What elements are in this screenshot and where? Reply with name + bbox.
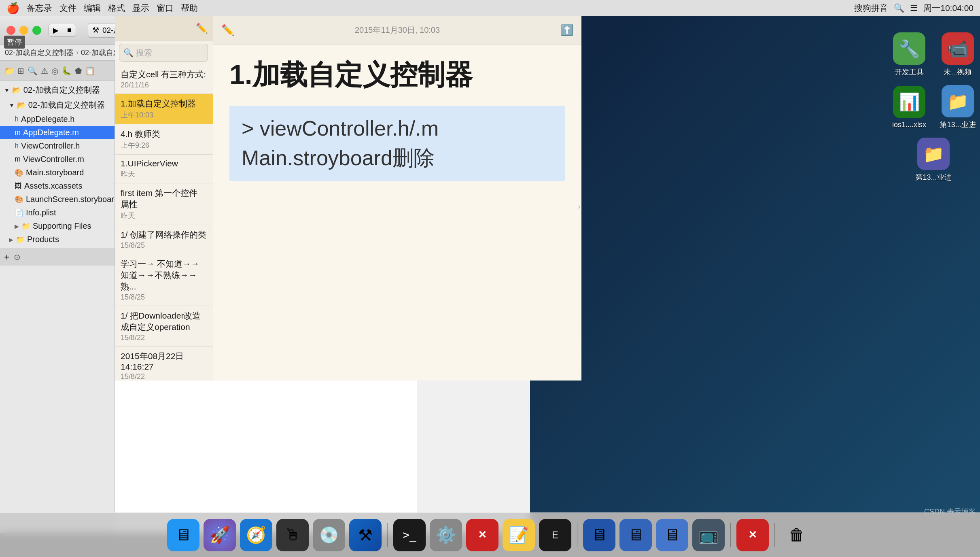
note-title-4: first item 第一个控件 属性 xyxy=(121,187,207,210)
tree-item-viewcontroller-h[interactable]: h ViewController.h xyxy=(0,139,115,153)
monitor1-dock-icon[interactable]: 🖥 xyxy=(583,519,615,551)
note-sub-content: > viewController.h/.m Main.stroyboard删除 xyxy=(242,114,553,173)
folder-icon-2: 📂 xyxy=(17,101,26,110)
nav-filter-icon[interactable]: ⊙ xyxy=(14,252,21,262)
desktop-icon-devtools[interactable]: 🔧 开发工具 xyxy=(889,32,929,77)
minimize-button[interactable] xyxy=(19,26,28,35)
menu-file[interactable]: 文件 xyxy=(59,2,76,14)
desktop-icon-folder1[interactable]: 📁 第13...业进 xyxy=(938,85,978,130)
apple-menu[interactable]: 🍎 xyxy=(6,2,19,15)
tree-item-viewcontroller-m[interactable]: m ViewController.m xyxy=(0,153,115,166)
xmind-dock-icon[interactable]: ✕ xyxy=(466,519,498,551)
traffic-lights xyxy=(6,26,41,35)
cursor-dock-icon[interactable]: 🖱 xyxy=(276,519,309,551)
menu-view[interactable]: 显示 xyxy=(132,2,149,14)
note-item-2[interactable]: 4.h 教师类 上午9:26 xyxy=(115,124,213,155)
note-item-0[interactable]: 自定义cell 有三种方式: 20/11/16 xyxy=(115,65,213,94)
resolution-icon: 📺 xyxy=(698,525,719,544)
notes-search[interactable]: 🔍 搜索 xyxy=(119,44,208,62)
note-date-1: 上午10:03 xyxy=(121,110,207,120)
tree-item-appdelegate-m[interactable]: m AppDelegate.m xyxy=(0,126,115,139)
tree-item-launchscreen[interactable]: 🎨 LaunchScreen.storyboard xyxy=(0,193,115,206)
resolution-dock-icon[interactable]: 📺 xyxy=(692,519,725,551)
launchpad-dock-icon[interactable]: 🚀 xyxy=(204,519,236,551)
note-item-8[interactable]: 2015年08月22日14:16:27 15/8/22 xyxy=(115,347,213,381)
trash-dock-icon[interactable]: 🗑 xyxy=(781,519,813,551)
report-nav-icon[interactable]: 📋 xyxy=(85,66,95,76)
notes-content-date: 2015年11月30日, 10:03 xyxy=(240,25,555,36)
note-item-3[interactable]: 1.UIPickerView 昨天 xyxy=(115,155,213,183)
note-date-5: 15/8/25 xyxy=(121,241,207,250)
dvdplayer-dock-icon[interactable]: 💿 xyxy=(313,519,345,551)
tree-item-supporting[interactable]: ▶ 📁 Supporting Files xyxy=(0,219,115,233)
compose-icon[interactable]: ✏️ xyxy=(196,23,208,34)
desktop-icon-video[interactable]: 📹 未...视频 xyxy=(938,32,978,77)
add-file-button[interactable]: + xyxy=(4,251,10,263)
monitor1-icon: 🖥 xyxy=(591,526,607,544)
clock: 周一10:04:00 xyxy=(923,2,974,14)
note-item-5[interactable]: 1/ 创建了网络操作的类 15/8/25 xyxy=(115,225,213,254)
launchpad-icon: 🚀 xyxy=(210,525,230,544)
xcode-dock-icon[interactable]: ⚒ xyxy=(349,519,382,551)
dock-separator-1 xyxy=(387,523,388,547)
tree-item-infoplist[interactable]: 📄 Info.plist xyxy=(0,206,115,219)
monitor3-dock-icon[interactable]: 🖥 xyxy=(656,519,688,551)
breadcrumb-sep-1: › xyxy=(76,48,78,57)
breadcrumb-item-1[interactable]: 02-加载自定义控制器 xyxy=(5,48,74,57)
debug-nav-icon[interactable]: 🐛 xyxy=(62,66,72,76)
note-item-4[interactable]: first item 第一个控件 属性 昨天 xyxy=(115,183,213,225)
tree-item-appdelegate-h[interactable]: h AppDelegate.h xyxy=(0,113,115,126)
note-item-7[interactable]: 1/ 把Downloader改造成自定义operation 15/8/22 xyxy=(115,306,213,347)
note-item-6[interactable]: 学习一→ 不知道→→知道→→不熟练→→熟... 15/8/25 xyxy=(115,254,213,306)
menu-help[interactable]: 帮助 xyxy=(181,2,198,14)
folder-nav-icon[interactable]: 📁 xyxy=(4,66,14,76)
desktop-icon-folder2[interactable]: 📁 第13...业进 xyxy=(913,138,954,182)
video-label: 未...视频 xyxy=(944,67,972,77)
notes-sidebar: ✏️ 🔍 搜索 自定义cell 有三种方式: 20/11/16 1.加载自定义控… xyxy=(115,16,213,381)
stop-button[interactable]: ■ xyxy=(63,24,76,36)
close-button[interactable] xyxy=(6,26,15,35)
menu-window[interactable]: 窗口 xyxy=(157,2,174,14)
search-icon[interactable]: 🔍 xyxy=(894,3,904,13)
breakpoint-nav-icon[interactable]: ⬟ xyxy=(75,66,82,76)
tree-item-assets[interactable]: 🖼 Assets.xcassets xyxy=(0,179,115,193)
emacs-dock-icon[interactable]: Ε xyxy=(539,519,571,551)
note-item-1[interactable]: 1.加载自定义控制器 上午10:03 xyxy=(115,94,213,124)
resize-handle[interactable]: › xyxy=(577,198,581,215)
menu-edit[interactable]: 编辑 xyxy=(84,2,101,14)
tree-item-project[interactable]: ▼ 📂 02-加载自定义控制器 xyxy=(0,98,115,113)
notes-export-icon[interactable]: ⬆️ xyxy=(560,24,573,36)
search-nav-icon[interactable]: 🔍 xyxy=(28,66,38,76)
note-title-1: 1.加载自定义控制器 xyxy=(121,98,207,109)
run-button[interactable]: ▶ xyxy=(49,24,63,36)
emacs-icon: Ε xyxy=(552,529,558,541)
toolbar-sep-1 xyxy=(82,24,82,36)
dock-separator-3 xyxy=(730,523,731,547)
tree-item-products[interactable]: ▶ 📁 Products xyxy=(0,233,115,246)
maximize-button[interactable] xyxy=(32,26,41,35)
note-title-3: 1.UIPickerView xyxy=(121,159,207,168)
safari-dock-icon[interactable]: 🧭 xyxy=(240,519,272,551)
xmind2-dock-icon[interactable]: ✕ xyxy=(736,519,769,551)
note-title-7: 1/ 把Downloader改造成自定义operation xyxy=(121,310,207,333)
sysprefs-dock-icon[interactable]: ⚙️ xyxy=(430,519,462,551)
terminal-dock-icon[interactable]: >_ xyxy=(393,519,426,551)
menu-beizhilu[interactable]: 备忘录 xyxy=(27,2,52,14)
note-title-2: 4.h 教师类 xyxy=(121,128,207,140)
plist-icon: 📄 xyxy=(15,208,23,217)
menu-format[interactable]: 格式 xyxy=(108,2,125,14)
desktop-icon-xlsx[interactable]: 📊 ios1....xlsx xyxy=(889,86,929,129)
notes-body[interactable]: 1.加载自定义控制器 > viewController.h/.m Main.st… xyxy=(213,45,581,381)
tree-item-main-storyboard[interactable]: 🎨 Main.storyboard xyxy=(0,166,115,179)
menu-icon[interactable]: ☰ xyxy=(910,3,918,13)
notes-share-icon[interactable]: ✏️ xyxy=(221,24,234,36)
warning-nav-icon[interactable]: ⚠ xyxy=(41,66,48,76)
finder-dock-icon[interactable]: 🖥 xyxy=(167,519,199,551)
test-nav-icon[interactable]: ◎ xyxy=(51,66,58,76)
menu-bar: 🍎 备忘录 文件 编辑 格式 显示 窗口 帮助 搜狗拼音 🔍 ☰ 周一10:04… xyxy=(0,0,980,16)
tree-item-root[interactable]: ▼ 📂 02-加载自定义控制器 xyxy=(0,83,115,98)
monitor2-dock-icon[interactable]: 🖥 xyxy=(619,519,652,551)
symbol-nav-icon[interactable]: ⊞ xyxy=(17,66,24,76)
tree-label-viewcontrollerh: ViewController.h xyxy=(21,141,80,151)
notes-dock-icon[interactable]: 📝 xyxy=(503,519,535,551)
